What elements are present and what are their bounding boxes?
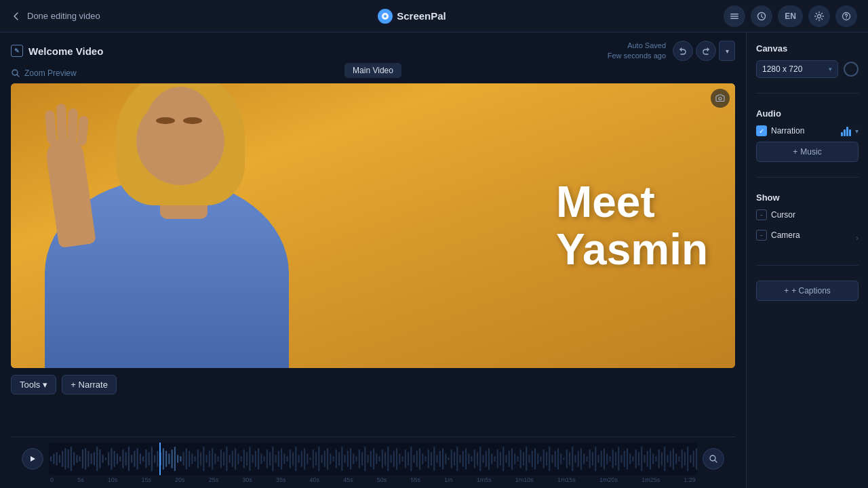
svg-rect-55 (177, 455, 178, 463)
svg-rect-66 (209, 451, 210, 467)
audio-level-bars (841, 125, 851, 136)
narration-checkbox[interactable]: ✓ (756, 125, 767, 136)
svg-rect-232 (687, 447, 688, 471)
svg-rect-219 (650, 448, 651, 470)
captions-button[interactable]: + + Captions (756, 281, 859, 301)
video-frame[interactable]: Meet Yasmin (11, 83, 735, 368)
svg-rect-172 (514, 453, 515, 464)
svg-rect-4 (730, 18, 738, 19)
search-timeline-button[interactable] (703, 448, 724, 470)
svg-rect-118 (359, 449, 360, 468)
svg-rect-150 (451, 449, 452, 468)
svg-rect-30 (105, 458, 106, 460)
svg-rect-131 (396, 448, 397, 470)
svg-rect-90 (278, 451, 279, 467)
svg-rect-199 (592, 452, 593, 466)
svg-rect-192 (572, 447, 573, 471)
svg-rect-16 (64, 448, 66, 470)
svg-rect-143 (431, 452, 432, 466)
redo-button[interactable] (696, 41, 716, 61)
svg-rect-46 (151, 447, 153, 471)
cursor-item[interactable]: − Cursor (756, 209, 795, 220)
help-button[interactable] (835, 5, 857, 27)
history-button[interactable] (751, 5, 772, 27)
right-panel: Canvas 868 x 488 ▾ Audio ✓ Narration (746, 33, 868, 488)
svg-rect-114 (347, 451, 349, 467)
canvas-resolution-select[interactable]: 868 x 488 ▾ (756, 60, 838, 78)
svg-rect-81 (252, 455, 254, 463)
playhead[interactable]: 0:09.12 (159, 443, 161, 475)
svg-rect-234 (693, 451, 694, 467)
svg-rect-129 (390, 455, 391, 463)
svg-rect-28 (99, 449, 100, 468)
ts-50s: 50s (377, 476, 387, 483)
svg-rect-36 (122, 449, 123, 468)
svg-rect-160 (479, 447, 481, 471)
svg-rect-135 (408, 452, 409, 466)
main-area: ✎ Welcome Video Auto Saved Few seconds a… (0, 33, 868, 488)
zoom-preview-label: Zoom Preview (24, 68, 77, 78)
auto-saved-label: Auto Saved (608, 41, 666, 51)
svg-rect-213 (632, 456, 633, 462)
settings-button[interactable] (808, 5, 830, 27)
music-button[interactable]: + Music (756, 142, 859, 162)
svg-rect-156 (468, 453, 469, 464)
play-button[interactable] (22, 448, 43, 470)
back-button[interactable]: Done editing video (11, 11, 100, 22)
svg-rect-130 (393, 451, 395, 467)
svg-rect-106 (324, 451, 326, 467)
timeline-controls: Tools ▾ + Narrate (11, 375, 735, 400)
ts-0: 0 (50, 476, 54, 483)
audio-bar-2 (844, 129, 846, 136)
undo-button[interactable] (673, 41, 693, 61)
audio-title: Audio (756, 108, 859, 119)
svg-rect-103 (315, 452, 317, 466)
narration-expand-button[interactable]: ▾ (855, 127, 859, 135)
ts-20s: 20s (175, 476, 185, 483)
logo-text: ScreenPal (397, 10, 446, 22)
svg-rect-141 (425, 456, 426, 462)
svg-rect-178 (532, 451, 533, 467)
narrate-button[interactable]: + Narrate (62, 375, 117, 394)
svg-rect-222 (658, 449, 660, 468)
svg-rect-52 (168, 453, 170, 464)
camera-icon (715, 94, 725, 103)
waveform-container[interactable]: // This won't run in SVG context, use st… (49, 443, 697, 475)
play-icon (28, 455, 37, 463)
language-button[interactable]: EN (778, 5, 803, 27)
svg-rect-44 (145, 449, 146, 468)
svg-rect-218 (647, 451, 648, 467)
svg-rect-235 (696, 448, 697, 470)
svg-rect-161 (482, 455, 484, 463)
svg-rect-62 (197, 449, 199, 468)
svg-rect-68 (214, 453, 216, 464)
svg-rect-60 (191, 453, 193, 464)
camera-screenshot-button[interactable] (711, 89, 730, 108)
svg-rect-91 (281, 448, 282, 470)
camera-expand-icon[interactable]: › (856, 233, 859, 243)
logo: ScreenPal (378, 9, 446, 24)
svg-rect-183 (546, 452, 547, 466)
svg-rect-165 (494, 456, 495, 462)
svg-rect-216 (641, 447, 642, 471)
video-text-overlay: Meet Yasmin (556, 178, 708, 273)
undo-dropdown-button[interactable]: ▾ (719, 41, 735, 61)
svg-rect-77 (241, 456, 242, 462)
svg-rect-15 (62, 451, 63, 467)
canvas-circle-indicator (844, 62, 859, 77)
edit-icon: ✎ (11, 45, 23, 57)
svg-rect-102 (313, 449, 314, 468)
svg-point-1 (384, 15, 387, 18)
menu-button[interactable] (724, 5, 745, 27)
svg-rect-88 (272, 447, 273, 471)
svg-rect-173 (517, 456, 518, 462)
svg-rect-43 (142, 456, 144, 462)
svg-rect-227 (673, 448, 674, 470)
camera-item[interactable]: − Camera (756, 230, 856, 241)
tools-button[interactable]: Tools ▾ (11, 375, 56, 394)
svg-rect-206 (612, 449, 614, 468)
svg-rect-133 (401, 456, 403, 462)
ts-15s: 15s (141, 476, 151, 483)
svg-rect-2 (730, 14, 738, 15)
lang-label: EN (785, 12, 796, 21)
